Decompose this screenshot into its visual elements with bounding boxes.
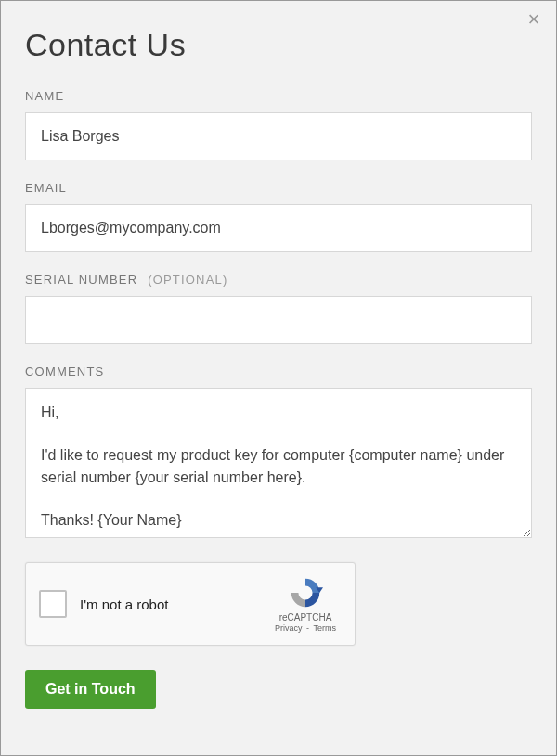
- recaptcha-links-separator: -: [306, 623, 309, 633]
- recaptcha-terms-link[interactable]: Terms: [313, 623, 336, 633]
- comments-textarea[interactable]: [25, 388, 532, 538]
- email-label: EMAIL: [25, 181, 532, 195]
- recaptcha-links: Privacy - Terms: [275, 623, 336, 633]
- serial-label: SERIAL NUMBER (OPTIONAL): [25, 273, 532, 287]
- serial-label-text: SERIAL NUMBER: [25, 273, 137, 287]
- recaptcha-branding: reCAPTCHA Privacy - Terms: [269, 575, 342, 633]
- recaptcha-widget: I'm not a robot reCAPTCHA Privacy - Term…: [25, 562, 356, 646]
- close-icon: ×: [528, 7, 540, 31]
- comments-label: COMMENTS: [25, 365, 532, 378]
- serial-optional-text: (OPTIONAL): [148, 273, 227, 287]
- recaptcha-icon: [288, 575, 323, 610]
- serial-input[interactable]: [25, 296, 532, 344]
- submit-button[interactable]: Get in Touch: [25, 670, 156, 709]
- name-input[interactable]: [25, 112, 532, 160]
- close-button[interactable]: ×: [525, 10, 543, 29]
- recaptcha-privacy-link[interactable]: Privacy: [275, 623, 303, 633]
- email-input[interactable]: [25, 204, 532, 252]
- recaptcha-label: I'm not a robot: [80, 596, 269, 612]
- name-field-group: NAME: [25, 89, 532, 160]
- email-field-group: EMAIL: [25, 181, 532, 252]
- comments-field-group: COMMENTS: [25, 365, 532, 542]
- name-label: NAME: [25, 89, 532, 103]
- page-title: Contact Us: [25, 27, 532, 63]
- recaptcha-brand: reCAPTCHA: [279, 612, 332, 622]
- serial-field-group: SERIAL NUMBER (OPTIONAL): [25, 273, 532, 344]
- recaptcha-checkbox[interactable]: [39, 590, 67, 618]
